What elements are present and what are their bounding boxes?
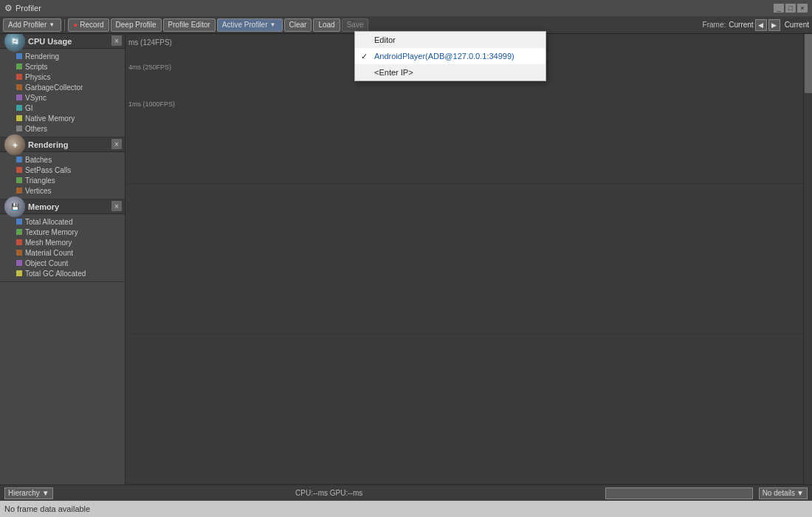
title-bar-left: ⚙ Profiler — [4, 3, 41, 13]
color-swatch — [16, 229, 22, 235]
list-item: Scripts — [16, 61, 120, 72]
active-profiler-dropdown-icon[interactable]: ▼ — [270, 21, 278, 28]
add-profiler-button[interactable]: Add Profiler ▼ — [3, 18, 61, 32]
no-details-dropdown-icon: ▼ — [796, 489, 804, 497]
title-bar: ⚙ Profiler _ □ × — [0, 0, 812, 16]
frame-value: Current — [729, 21, 753, 29]
list-item: GarbageCollector — [16, 82, 120, 92]
profile-editor-button[interactable]: Profile Editor — [163, 18, 216, 32]
list-item: Triangles — [16, 175, 120, 185]
no-details-dropdown[interactable]: No details ▼ — [759, 487, 808, 499]
color-swatch — [16, 219, 22, 225]
dropdown-item-enter-ip[interactable]: <Enter IP> — [355, 64, 546, 81]
save-button[interactable]: Save — [342, 18, 369, 32]
editor-label: Editor — [374, 35, 396, 44]
clear-button[interactable]: Clear — [284, 18, 312, 32]
record-button[interactable]: ● Record — [68, 18, 109, 32]
color-swatch — [16, 270, 22, 276]
load-button[interactable]: Load — [313, 18, 340, 32]
list-item: Texture Memory — [16, 227, 120, 237]
item-label: GI — [25, 104, 33, 112]
prev-frame-button[interactable]: ◀ — [755, 19, 767, 31]
left-panel: 🔄 CPU Usage × RenderingScriptsPhysicsGar… — [0, 34, 125, 485]
list-item: Rendering — [16, 51, 120, 61]
dropdown-item-android[interactable]: ✓ AndroidPlayer(ADB@127.0.0.1:34999) — [355, 48, 546, 64]
memory-chart[interactable] — [125, 335, 803, 485]
item-label: Vertices — [25, 187, 52, 195]
list-item: Material Count — [16, 247, 120, 258]
scrollbar-thumb[interactable] — [805, 34, 812, 93]
color-swatch — [16, 74, 22, 80]
cpu-section-title: CPU Usage — [28, 37, 72, 46]
hierarchy-dropdown[interactable]: Hierarchy ▼ — [4, 487, 53, 499]
item-label: Texture Memory — [25, 228, 78, 236]
color-swatch — [16, 105, 22, 111]
memory-section: 💾 Memory × Total AllocatedTexture Memory… — [0, 199, 125, 282]
item-label: GarbageCollector — [25, 83, 83, 92]
cpu-section: 🔄 CPU Usage × RenderingScriptsPhysicsGar… — [0, 34, 125, 137]
list-item: Physics — [16, 72, 120, 82]
enter-ip-label: <Enter IP> — [374, 68, 413, 77]
color-swatch — [16, 177, 22, 183]
android-check: ✓ — [361, 52, 370, 61]
toolbar-sep-1 — [64, 19, 65, 31]
color-swatch — [16, 95, 22, 100]
close-button[interactable]: × — [797, 4, 808, 13]
cpu-close-button[interactable]: × — [111, 35, 122, 46]
color-swatch — [16, 260, 22, 266]
color-swatch — [16, 84, 22, 90]
item-label: SetPass Calls — [25, 166, 71, 174]
item-label: VSync — [25, 94, 47, 102]
item-label: Total Allocated — [25, 218, 73, 226]
color-swatch — [16, 250, 22, 256]
main-area: 🔄 CPU Usage × RenderingScriptsPhysicsGar… — [0, 34, 812, 485]
item-label: Object Count — [25, 259, 68, 267]
active-profiler-button[interactable]: Active Profiler ▼ — [217, 18, 283, 32]
current-label: Current — [785, 21, 809, 29]
color-swatch — [16, 64, 22, 69]
memory-items: Total AllocatedTexture MemoryMesh Memory… — [0, 214, 125, 281]
item-label: Scripts — [25, 63, 48, 71]
minimize-button[interactable]: _ — [774, 4, 784, 13]
frame-label: Frame: — [703, 21, 726, 29]
dropdown-item-editor[interactable]: Editor — [355, 32, 546, 48]
rendering-close-button[interactable]: × — [111, 139, 122, 149]
color-swatch — [16, 53, 22, 59]
cpu-section-header[interactable]: 🔄 CPU Usage × — [0, 34, 125, 49]
next-frame-button[interactable]: ▶ — [768, 19, 780, 31]
deep-profile-button[interactable]: Deep Profile — [111, 18, 162, 32]
window-title: Profiler — [16, 4, 41, 13]
color-swatch — [16, 167, 22, 173]
color-swatch — [16, 188, 22, 194]
color-swatch — [16, 239, 22, 245]
vertical-scrollbar[interactable] — [803, 34, 812, 485]
list-item: Total Allocated — [16, 216, 120, 227]
list-item: SetPass Calls — [16, 165, 120, 175]
title-bar-controls[interactable]: _ □ × — [774, 4, 808, 13]
right-panel: ms (124FPS) 4ms (250FPS) 1ms (1000FPS) — [125, 34, 803, 485]
memory-close-button[interactable]: × — [111, 201, 122, 211]
item-label: Rendering — [25, 52, 59, 61]
memory-icon: 💾 — [4, 196, 25, 217]
rendering-icon: ◈ — [4, 134, 25, 155]
rendering-section-title: Rendering — [28, 140, 68, 149]
list-item: Total GC Allocated — [16, 268, 120, 278]
list-item: Native Memory — [16, 113, 120, 123]
list-item: Batches — [16, 154, 120, 165]
list-item: Vertices — [16, 185, 120, 196]
list-item: Object Count — [16, 258, 120, 268]
item-label: Batches — [25, 156, 52, 164]
rendering-chart[interactable] — [125, 184, 803, 334]
item-label: Native Memory — [25, 114, 75, 123]
cpu-items: RenderingScriptsPhysicsGarbageCollectorV… — [0, 49, 125, 137]
item-label: Triangles — [25, 177, 55, 185]
maximize-button[interactable]: □ — [785, 4, 796, 13]
cpu-icon: 🔄 — [4, 34, 25, 52]
rendering-section-header[interactable]: ◈ Rendering × — [0, 137, 125, 152]
memory-section-title: Memory — [28, 202, 59, 211]
memory-section-header[interactable]: 💾 Memory × — [0, 199, 125, 214]
color-swatch — [16, 126, 22, 131]
search-input[interactable] — [605, 487, 753, 499]
add-profiler-dropdown-icon[interactable]: ▼ — [49, 21, 56, 28]
cpu-gpu-label: CPU:--ms GPU:--ms — [59, 489, 599, 497]
